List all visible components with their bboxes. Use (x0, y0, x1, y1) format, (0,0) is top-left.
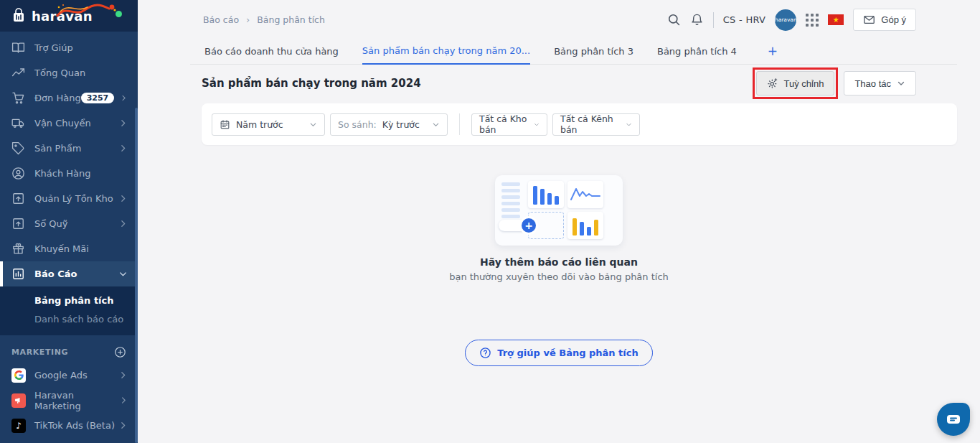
tab-bang-phan-tich-3[interactable]: Bảng phân tích 3 (554, 46, 633, 64)
avatar[interactable]: haravan (775, 9, 796, 31)
tab-bao-cao-doanh-thu[interactable]: Báo cáo doanh thu cửa hàng (204, 46, 339, 64)
sidebar-item-label: Báo Cáo (34, 269, 77, 279)
chevron-right-icon (118, 118, 128, 128)
empty-state: + Hãy thêm báo cáo liên quan bạn thường … (138, 145, 980, 443)
sidebar-item-tiktok-ads[interactable]: ♪ TikTok Ads (Beta) (0, 413, 138, 438)
chevron-down-icon (534, 121, 540, 129)
topbar: Báo cáo › Bảng phân tích CS - HRV harava… (138, 0, 980, 39)
tab-bang-phan-tich-4[interactable]: Bảng phân tích 4 (657, 46, 737, 64)
vietnam-flag-icon[interactable]: ★ (828, 14, 844, 25)
sidebar-item-label: Trợ Giúp (34, 42, 73, 53)
mini-column-chart-icon (567, 212, 603, 239)
sidebar-item-khuyen-mai[interactable]: Khuyến Mãi (0, 236, 138, 261)
submenu-item-bang-phan-tich[interactable]: Bảng phân tích (0, 291, 138, 309)
clipped-sidebar-row (0, 438, 138, 443)
sidebar-item-tro-giup[interactable]: Trợ Giúp (0, 35, 138, 60)
sidebar-item-khach-hang[interactable]: Khách Hàng (0, 161, 138, 186)
customize-button[interactable]: Tuỳ chỉnh (756, 71, 835, 95)
sidebar-item-tong-quan[interactable]: Tổng Quan (0, 60, 138, 85)
sidebar-item-label: Quản Lý Tồn Kho (34, 193, 113, 204)
report-submenu: Bảng phân tích Danh sách báo cáo (0, 286, 138, 335)
mini-line-chart-icon (567, 181, 603, 208)
sidebar-item-so-quy[interactable]: Sổ Quỹ (0, 211, 138, 236)
empty-state-subtitle: bạn thường xuyên theo dõi vào bảng phân … (449, 271, 669, 282)
channel-dropdown[interactable]: Tất cả Kênh bán (552, 113, 640, 136)
compare-dropdown[interactable]: So sánh: Kỳ trước (330, 113, 448, 136)
calendar-icon (220, 119, 230, 130)
compare-value: Kỳ trước (382, 119, 420, 130)
page-title: Sản phẩm bán chạy trong năm 2024 (202, 77, 421, 90)
sidebar-item-google-ads[interactable]: Google Ads (0, 363, 138, 388)
sidebar-item-san-pham[interactable]: Sản Phẩm (0, 136, 138, 161)
chevron-right-icon (118, 194, 128, 203)
trend-chart-icon (11, 66, 25, 80)
actions-dropdown-button[interactable]: Thao tác (844, 71, 916, 95)
mini-bar-chart-icon (528, 181, 564, 208)
add-marketing-channel-icon[interactable] (114, 346, 126, 358)
apps-grid-icon[interactable] (806, 14, 819, 27)
gift-icon (11, 242, 25, 256)
chat-widget-button[interactable] (937, 403, 970, 436)
page-header: Sản phẩm bán chạy trong năm 2024 Tuỳ chỉ… (138, 65, 980, 102)
help-button[interactable]: Trợ giúp về Bảng phân tích (465, 340, 653, 366)
chevron-right-icon (120, 93, 128, 103)
account-label[interactable]: CS - HRV (723, 14, 766, 25)
warehouse-dropdown[interactable]: Tất cả Kho bán (471, 113, 547, 136)
marketing-label: MARKETING (11, 348, 68, 357)
chevron-right-icon (118, 370, 128, 380)
breadcrumb: Báo cáo › Bảng phân tích (203, 14, 325, 25)
chevron-down-icon (309, 121, 317, 129)
chevron-right-icon (118, 144, 128, 153)
notification-bell-icon[interactable] (690, 13, 704, 27)
sidebar-item-haravan-marketing[interactable]: Haravan Marketing (0, 388, 138, 413)
add-widget-placeholder: + (528, 212, 564, 239)
feedback-label: Góp ý (881, 14, 906, 25)
search-icon[interactable] (667, 13, 681, 27)
sidebar-item-label: Sản Phẩm (34, 143, 81, 154)
envelope-icon (863, 14, 875, 26)
empty-state-title: Hãy thêm báo cáo liên quan (480, 256, 638, 268)
haravan-logo-icon (10, 7, 27, 24)
help-label: Trợ giúp về Bảng phân tích (497, 348, 639, 358)
page-actions: Tuỳ chỉnh Thao tác (753, 67, 916, 99)
topbar-actions: CS - HRV haravan ★ Góp ý (667, 9, 916, 31)
book-icon (11, 41, 25, 55)
topbar-divider (713, 12, 714, 28)
sidebar-item-label: Khuyến Mãi (34, 243, 89, 254)
submenu-item-danh-sach-bao-cao[interactable]: Danh sách báo cáo (0, 309, 138, 328)
sidebar-item-don-hang[interactable]: Đơn Hàng 3257 (0, 85, 138, 111)
chevron-right-icon (118, 421, 128, 430)
logo-text: haravan (32, 9, 93, 24)
bar-chart-icon (11, 267, 25, 281)
breadcrumb-current: Bảng phân tích (257, 14, 325, 25)
chevron-down-icon (118, 269, 128, 279)
chat-bubble-icon (945, 411, 962, 428)
actions-label: Thao tác (854, 78, 891, 89)
breadcrumb-separator: › (246, 14, 250, 25)
add-report-plus-icon: + (522, 218, 536, 233)
logo-bar[interactable]: haravan (0, 0, 138, 32)
sidebar-item-label: Đơn Hàng (34, 93, 81, 103)
sidebar-item-van-chuyen[interactable]: Vận Chuyển (0, 111, 138, 136)
inventory-box-icon (11, 192, 25, 205)
add-tab-button[interactable]: + (768, 44, 778, 64)
main-area: Báo cáo › Bảng phân tích CS - HRV harava… (138, 0, 980, 443)
dashboard-tabs: Báo cáo doanh thu cửa hàng Sản phẩm bán … (190, 39, 957, 65)
breadcrumb-root[interactable]: Báo cáo (203, 14, 239, 25)
empty-state-illustration: + (495, 175, 623, 246)
customize-label: Tuỳ chỉnh (784, 78, 824, 89)
sidebar-item-bao-cao[interactable]: Báo Cáo (0, 261, 138, 286)
sidebar-item-label: TikTok Ads (Beta) (34, 420, 115, 431)
sidebar-nav: Trợ Giúp Tổng Quan Đơn Hàng 3257 Vận Chu… (0, 32, 138, 443)
tiktok-icon: ♪ (11, 419, 26, 433)
sidebar: haravan Trợ Giúp Tổng Quan Đơn Hàng 32 (0, 0, 138, 443)
online-status-dot (116, 11, 122, 17)
chevron-down-icon (626, 121, 632, 129)
date-range-dropdown[interactable]: Năm trước (212, 113, 325, 136)
sidebar-item-quan-ly-ton-kho[interactable]: Quản Lý Tồn Kho (0, 186, 138, 211)
warehouse-value: Tất cả Kho bán (479, 113, 528, 135)
megaphone-icon (11, 393, 26, 408)
tab-san-pham-ban-chay[interactable]: Sản phẩm bán chạy trong năm 20... (362, 45, 530, 65)
gear-plus-icon (767, 78, 778, 89)
feedback-button[interactable]: Góp ý (853, 9, 916, 31)
